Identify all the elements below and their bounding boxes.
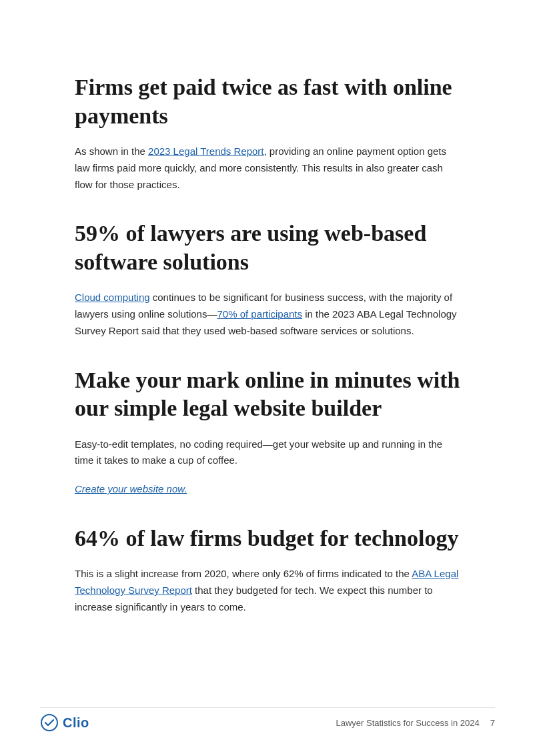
section2-heading: 59% of lawyers are using web-based softw… — [75, 220, 460, 276]
legal-trends-report-link[interactable]: 2023 Legal Trends Report — [148, 145, 263, 157]
section1-body: As shown in the 2023 Legal Trends Report… — [75, 143, 460, 193]
section2-body: Cloud computing continues to be signific… — [75, 290, 460, 339]
footer-divider — [40, 707, 495, 708]
page-footer: Clio Lawyer Statistics for Success in 20… — [0, 713, 535, 732]
footer-report-info: Lawyer Statistics for Success in 2024 7 — [336, 718, 495, 728]
section3-heading: Make your mark online in minutes with ou… — [75, 366, 460, 423]
footer-report-title: Lawyer Statistics for Success in 2024 — [336, 718, 479, 728]
section4-text-before: This is a slight increase from 2020, whe… — [75, 568, 412, 579]
svg-point-0 — [41, 715, 57, 731]
section1-text-before: As shown in the — [75, 145, 148, 157]
footer-logo-area: Clio — [40, 713, 89, 732]
footer-page-number: 7 — [490, 718, 495, 728]
section4-heading: 64% of law firms budget for technology — [75, 524, 460, 553]
section3-cta-paragraph: Create your website now. — [75, 481, 460, 498]
cloud-computing-link[interactable]: Cloud computing — [75, 292, 150, 303]
section3-body: Easy-to-edit templates, no coding requir… — [75, 436, 460, 470]
page-container: Firms get paid twice as fast with online… — [0, 0, 535, 756]
clio-logo-icon — [40, 713, 59, 732]
section-budget-tech: 64% of law firms budget for technology T… — [75, 524, 460, 616]
section-website-builder: Make your mark online in minutes with ou… — [75, 366, 460, 498]
participants-link[interactable]: 70% of participants — [217, 308, 302, 320]
section1-heading: Firms get paid twice as fast with online… — [75, 73, 460, 130]
footer-brand-name: Clio — [63, 715, 89, 731]
section-firms-paid: Firms get paid twice as fast with online… — [75, 73, 460, 193]
section-lawyers-software: 59% of lawyers are using web-based softw… — [75, 220, 460, 339]
section4-body: This is a slight increase from 2020, whe… — [75, 566, 460, 615]
create-website-link[interactable]: Create your website now. — [75, 483, 187, 494]
